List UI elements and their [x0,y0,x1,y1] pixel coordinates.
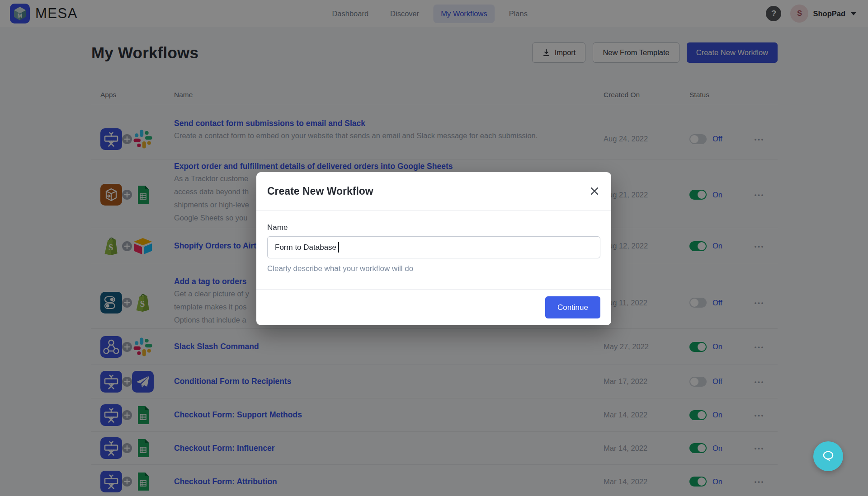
create-workflow-modal: Create New Workflow Name Clearly describ… [256,172,611,325]
workflow-name-input[interactable] [267,236,600,258]
chat-launcher-button[interactable] [813,441,843,471]
name-field-label: Name [267,223,600,232]
text-cursor [338,242,339,253]
chat-bubble-icon [820,448,836,464]
name-helper-text: Clearly describe what your workflow will… [267,264,600,273]
continue-button[interactable]: Continue [545,296,600,318]
modal-title: Create New Workflow [267,185,373,197]
close-icon[interactable] [589,185,600,197]
